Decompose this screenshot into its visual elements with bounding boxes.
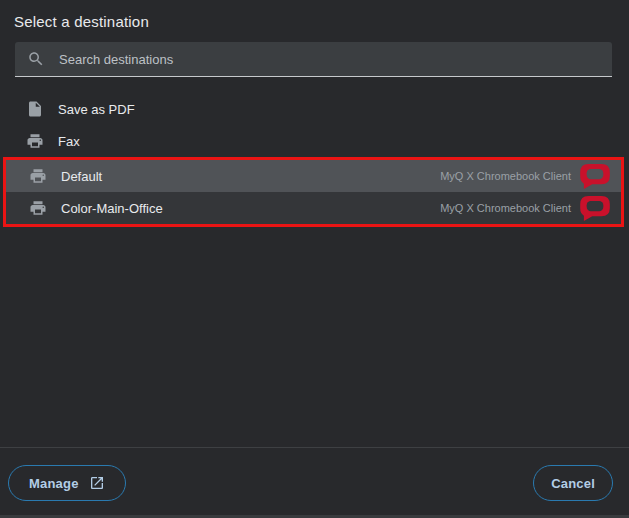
search-bar[interactable]: [15, 42, 612, 77]
open-in-new-icon: [89, 475, 105, 491]
myq-logo-icon: [580, 164, 610, 189]
cancel-button-label: Cancel: [551, 476, 595, 491]
page-title: Select a destination: [0, 0, 629, 42]
footer: Manage Cancel: [0, 448, 629, 518]
printer-icon: [28, 167, 48, 185]
extension-name: MyQ X Chromebook Client: [440, 170, 571, 182]
manage-button-label: Manage: [29, 476, 79, 491]
search-input[interactable]: [57, 51, 602, 68]
destination-fax[interactable]: Fax: [0, 125, 629, 157]
destination-label: Color-Main-Office: [61, 201, 163, 216]
destination-default[interactable]: Default MyQ X Chromebook Client: [6, 160, 621, 192]
highlight-annotation-box: Default MyQ X Chromebook Client Color-Ma…: [3, 157, 624, 227]
search-icon: [27, 50, 45, 68]
destination-label: Save as PDF: [58, 102, 135, 117]
destination-label: Fax: [58, 134, 80, 149]
empty-area: [0, 227, 629, 447]
destination-list: Save as PDF Fax Default MyQ X Chromebook…: [0, 93, 629, 227]
myq-logo-icon: [580, 196, 610, 221]
cancel-button[interactable]: Cancel: [533, 465, 613, 501]
destination-save-as-pdf[interactable]: Save as PDF: [0, 93, 629, 125]
printer-icon: [28, 199, 48, 217]
destination-color-main-office[interactable]: Color-Main-Office MyQ X Chromebook Clien…: [6, 192, 621, 224]
printer-icon: [25, 132, 45, 150]
print-destination-dialog: { "dialog": { "title": "Select a destina…: [0, 0, 629, 518]
document-icon: [25, 100, 45, 118]
manage-button[interactable]: Manage: [8, 465, 126, 501]
extension-name: MyQ X Chromebook Client: [440, 202, 571, 214]
destination-label: Default: [61, 169, 102, 184]
